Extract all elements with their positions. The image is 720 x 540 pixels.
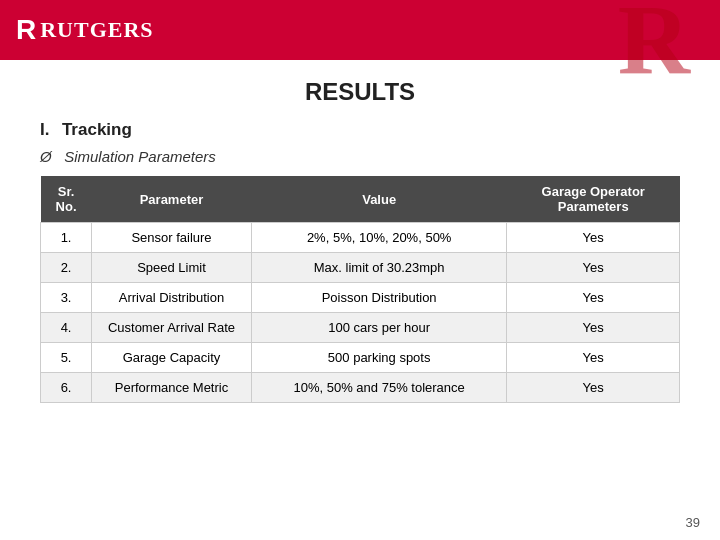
cell-srno: 2.	[41, 253, 92, 283]
cell-value: Poisson Distribution	[251, 283, 507, 313]
cell-srno: 4.	[41, 313, 92, 343]
col-header-garage: Garage Operator Parameters	[507, 176, 680, 223]
table-row: 5.Garage Capacity500 parking spotsYes	[41, 343, 680, 373]
table-header-row: Sr. No. Parameter Value Garage Operator …	[41, 176, 680, 223]
cell-garage: Yes	[507, 223, 680, 253]
cell-garage: Yes	[507, 283, 680, 313]
col-header-srno: Sr. No.	[41, 176, 92, 223]
page-title: RESULTS	[40, 78, 680, 106]
section-arrow: Ø	[40, 148, 52, 165]
cell-parameter: Arrival Distribution	[92, 283, 252, 313]
table-row: 3.Arrival DistributionPoisson Distributi…	[41, 283, 680, 313]
cell-srno: 6.	[41, 373, 92, 403]
cell-garage: Yes	[507, 313, 680, 343]
cell-value: 500 parking spots	[251, 343, 507, 373]
main-content: RESULTS I. Tracking Ø Simulation Paramet…	[0, 60, 720, 413]
section-number: I.	[40, 120, 49, 139]
cell-parameter: Customer Arrival Rate	[92, 313, 252, 343]
cell-srno: 5.	[41, 343, 92, 373]
cell-value: Max. limit of 30.23mph	[251, 253, 507, 283]
table-row: 6.Performance Metric10%, 50% and 75% tol…	[41, 373, 680, 403]
table-row: 4.Customer Arrival Rate100 cars per hour…	[41, 313, 680, 343]
cell-parameter: Garage Capacity	[92, 343, 252, 373]
logo-r-letter: R	[16, 14, 36, 46]
cell-srno: 1.	[41, 223, 92, 253]
cell-parameter: Speed Limit	[92, 253, 252, 283]
logo-text: RUTGERS	[40, 17, 153, 43]
cell-value: 10%, 50% and 75% tolerance	[251, 373, 507, 403]
parameters-table: Sr. No. Parameter Value Garage Operator …	[40, 176, 680, 403]
cell-parameter: Sensor failure	[92, 223, 252, 253]
col-header-parameter: Parameter	[92, 176, 252, 223]
cell-parameter: Performance Metric	[92, 373, 252, 403]
page-number: 39	[686, 515, 700, 530]
table-row: 2.Speed LimitMax. limit of 30.23mphYes	[41, 253, 680, 283]
table-row: 1.Sensor failure2%, 5%, 10%, 20%, 50%Yes	[41, 223, 680, 253]
section-heading: Tracking	[62, 120, 132, 139]
cell-garage: Yes	[507, 373, 680, 403]
cell-garage: Yes	[507, 343, 680, 373]
section-subheading: Simulation Parameters	[64, 148, 216, 165]
cell-srno: 3.	[41, 283, 92, 313]
col-header-value: Value	[251, 176, 507, 223]
cell-garage: Yes	[507, 253, 680, 283]
header: R RUTGERS R	[0, 0, 720, 60]
cell-value: 2%, 5%, 10%, 20%, 50%	[251, 223, 507, 253]
cell-value: 100 cars per hour	[251, 313, 507, 343]
